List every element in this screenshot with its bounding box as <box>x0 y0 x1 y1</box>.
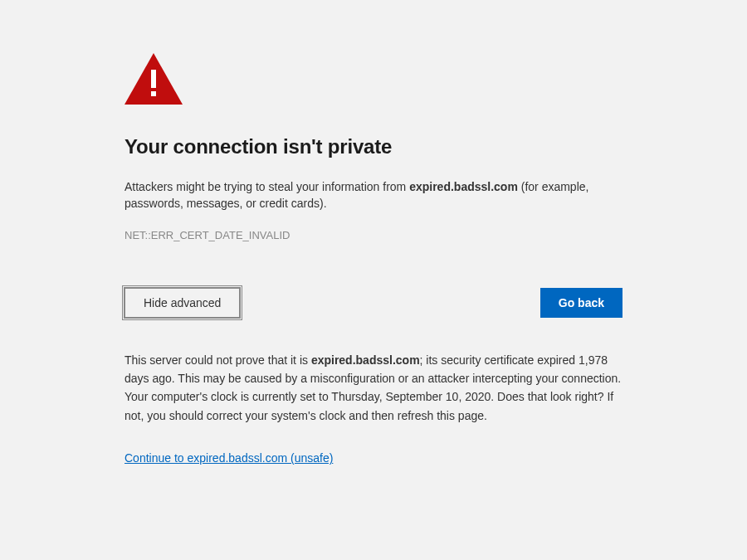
error-description-prefix: Attackers might be trying to steal your … <box>124 180 409 193</box>
warning-icon <box>124 53 622 107</box>
details-domain: expired.badssl.com <box>311 353 420 367</box>
button-row: Hide advanced Go back <box>124 288 622 318</box>
ssl-error-page: Your connection isn't private Attackers … <box>0 0 747 498</box>
error-title: Your connection isn't private <box>124 135 622 158</box>
continue-unsafe-link[interactable]: Continue to expired.badssl.com (unsafe) <box>124 451 333 465</box>
error-code: NET::ERR_CERT_DATE_INVALID <box>124 229 622 241</box>
details-prefix: This server could not prove that it is <box>124 353 311 367</box>
error-description: Attackers might be trying to steal your … <box>124 178 622 212</box>
svg-rect-2 <box>151 91 156 96</box>
advanced-button[interactable]: Hide advanced <box>124 288 240 318</box>
error-details: This server could not prove that it is e… <box>124 351 622 426</box>
error-description-domain: expired.badssl.com <box>409 180 518 193</box>
svg-rect-1 <box>151 70 156 88</box>
go-back-button[interactable]: Go back <box>540 288 622 318</box>
